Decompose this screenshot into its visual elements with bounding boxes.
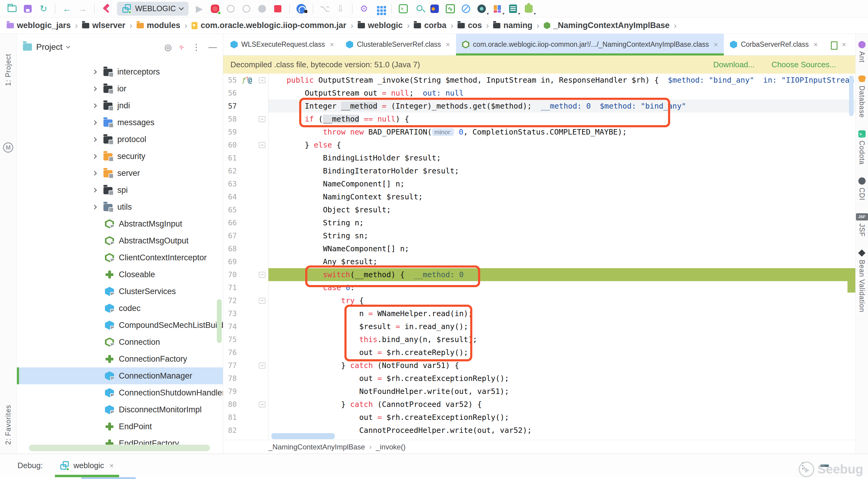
breadcrumb-item-wlserver[interactable]: wlserver (80, 21, 127, 30)
tree-item-abstractmsgoutput[interactable]: AbstractMsgOutput (17, 232, 223, 249)
editor-tab-5[interactable]: × (824, 34, 852, 55)
sync-icon[interactable]: ↻ (37, 2, 50, 16)
override-method-icon[interactable]: ƒ↑ (242, 76, 246, 84)
code-text[interactable]: throw new BAD_OPERATION(minor: 0, Comple… (269, 125, 855, 139)
editor-tab-4[interactable]: CorbaServerRef.class× (724, 34, 824, 55)
code-text[interactable]: Any $result; (269, 255, 855, 268)
breadcrumb-item-weblogic[interactable]: weblogic (356, 21, 405, 30)
code-line-57[interactable]: 57 Integer __method = (Integer)_methods.… (223, 99, 855, 113)
code-line-63[interactable]: 63 NameComponent[] n; (223, 177, 855, 190)
new-folder-icon[interactable] (5, 2, 19, 16)
tool-window-tab-favorites[interactable]: 2: Favorites (4, 405, 12, 445)
code-text[interactable]: NamingContext $result; (269, 190, 855, 203)
tree-item-protocol[interactable]: protocol (17, 131, 223, 148)
code-text[interactable] (269, 437, 855, 440)
tree-item-spi[interactable]: spi (17, 182, 223, 199)
chevron-right-icon[interactable] (92, 154, 97, 159)
breadcrumb-class[interactable]: _NamingContextAnyImplBase (269, 443, 365, 451)
chevron-right-icon[interactable] (92, 103, 97, 108)
code-text[interactable]: out = $rh.createReply(); (269, 346, 855, 359)
tree-item-compoundsecmechlistbuilder[interactable]: CompoundSecMechListBuilder (17, 317, 223, 334)
tree-item-codec[interactable]: codec (17, 300, 223, 317)
tree-item-connectionshutdownhandler[interactable]: ConnectionShutdownHandler (17, 384, 223, 401)
tool-window-tab-cdi[interactable]: CDI (858, 177, 866, 201)
code-line-58[interactable]: 58− if (__method == null) { (223, 113, 855, 125)
tree-item-disconnectmonitorimpl[interactable]: DisconnectMonitorImpl (17, 401, 223, 418)
breadcrumb-item-modules[interactable]: modules (135, 21, 182, 30)
code-text[interactable]: try { (269, 294, 855, 307)
close-icon[interactable]: × (714, 40, 718, 49)
code-text[interactable]: WNameComponent[] n; (269, 242, 855, 255)
editor-tab-3[interactable]: com.oracle.weblogic.iiop-common.jar!/...… (456, 34, 724, 55)
code-text[interactable]: BindingListHolder $result; (269, 151, 855, 164)
code-text[interactable]: Object $result; (269, 203, 855, 216)
chevron-right-icon[interactable] (92, 120, 97, 125)
docs-icon[interactable]: ▾ (506, 2, 520, 16)
profiler-icon[interactable] (240, 2, 253, 16)
code-line-81[interactable]: 81 out = $rh.createExceptionReply(); (223, 411, 855, 424)
chevron-down-icon[interactable] (66, 44, 70, 49)
settings-gear-icon[interactable]: ⚙ (358, 2, 371, 16)
code-text[interactable]: n = WNameHelper.read(in); (269, 307, 855, 320)
run-config-select[interactable]: WEBLOGIC (117, 2, 188, 16)
breadcrumb-method[interactable]: _invoke() (376, 443, 406, 451)
close-icon[interactable]: × (110, 461, 114, 470)
panel-menu-icon[interactable]: ⋮ (192, 42, 200, 52)
breadcrumb-item--namingcontextanyimplbase[interactable]: _NamingContextAnyImplBase (542, 21, 672, 30)
chevron-right-icon[interactable] (92, 137, 97, 142)
code-text[interactable]: BindingIteratorHolder $result; (269, 164, 855, 177)
close-icon[interactable]: × (813, 40, 818, 49)
code-line-67[interactable]: 67 String sn; (223, 229, 855, 242)
fold-marker-icon[interactable]: − (259, 401, 266, 408)
collapse-all-icon[interactable]: « (177, 42, 187, 52)
code-line-79[interactable]: 79 NotFoundHelper.write(out, var51); (223, 385, 855, 398)
code-text[interactable]: CannotProceedHelper.write(out, var52); (269, 424, 855, 437)
tool-window-tab-ant[interactable]: Ant (858, 41, 866, 63)
code-text[interactable]: if (__method == null) { (269, 113, 855, 125)
jprofiler-icon[interactable] (428, 2, 441, 16)
code-text[interactable]: $result = in.read_any(); (269, 320, 855, 333)
tree-item-clientcontextinterceptor[interactable]: ClientContextInterceptor (17, 249, 223, 266)
breadcrumb-item-corba[interactable]: corba (412, 21, 448, 30)
close-icon[interactable]: × (446, 40, 450, 49)
stop-icon[interactable] (271, 2, 284, 16)
code-editor[interactable]: 55ƒ↑@− public OutputStream _invoke(Strin… (223, 73, 855, 440)
fold-marker-icon[interactable]: − (259, 142, 266, 148)
tree-item-connection[interactable]: Connection (17, 334, 223, 351)
breadcrumb-item-com-oracle-weblogic-iiop-common-jar[interactable]: com.oracle.weblogic.iiop-common.jar (190, 21, 348, 30)
tool-window-tab-project[interactable]: 1: Project (4, 54, 12, 86)
code-text[interactable]: String sn; (269, 229, 855, 242)
fold-marker-icon[interactable]: − (259, 272, 266, 278)
editor-horizontal-scrollbar[interactable] (272, 433, 335, 439)
maven-icon[interactable]: M (3, 142, 13, 153)
code-text[interactable]: String n; (269, 216, 855, 229)
run-icon[interactable]: ▶ (193, 2, 206, 16)
code-line-72[interactable]: 72− try { (223, 294, 855, 307)
code-text[interactable]: out = $rh.createExceptionReply(); (269, 411, 855, 424)
code-line-76[interactable]: 76 out = $rh.createReply(); (223, 346, 855, 359)
code-line-59[interactable]: 59 throw new BAD_OPERATION(minor: 0, Com… (223, 125, 855, 139)
code-text[interactable]: out = $rh.createExceptionReply(); (269, 372, 855, 385)
forward-icon[interactable]: → (76, 2, 89, 16)
code-line-69[interactable]: 69 Any $result; (223, 255, 855, 268)
code-text[interactable]: OutputStream out = null; out: null (269, 87, 855, 99)
monitor-icon[interactable]: ∿ (444, 2, 457, 16)
code-line-64[interactable]: 64 NamingContext $result; (223, 190, 855, 203)
locate-icon[interactable]: ◎ (164, 42, 172, 52)
code-line-71[interactable]: 71 case 0: (223, 281, 855, 294)
code-line-65[interactable]: 65 Object $result; (223, 203, 855, 216)
code-text[interactable]: } catch (CannotProceed var52) { (269, 398, 855, 411)
back-icon[interactable]: ← (60, 2, 73, 16)
update-icon[interactable]: ⇩ (334, 2, 347, 16)
tree-item-server[interactable]: server (17, 165, 223, 182)
code-line-80[interactable]: 80− } catch (CannotProceed var52) { (223, 398, 855, 411)
code-text[interactable]: NameComponent[] n; (269, 177, 855, 190)
code-line-78[interactable]: 78 out = $rh.createExceptionReply(); (223, 372, 855, 385)
project-vertical-scrollbar[interactable] (217, 299, 222, 343)
breadcrumb-item-cos[interactable]: cos (456, 21, 484, 30)
code-text[interactable]: } else { (269, 139, 855, 151)
editor-tab-1[interactable]: WLSExecuteRequest.class× (224, 34, 340, 55)
tree-item-ior[interactable]: ior (17, 80, 223, 97)
plugin-puzzle-icon[interactable]: ▾ (522, 2, 535, 16)
ui-blocks-icon[interactable]: ▾ (491, 2, 504, 16)
